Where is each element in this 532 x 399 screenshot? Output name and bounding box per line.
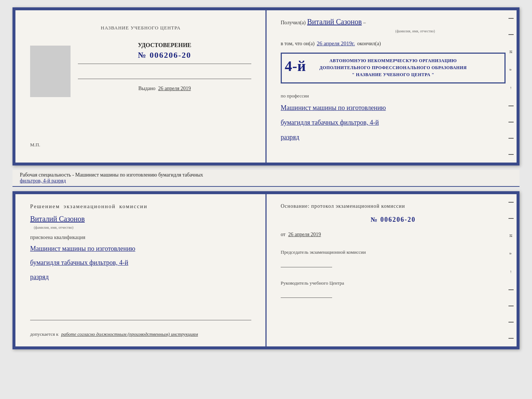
sl5 — [508, 138, 514, 139]
sl1 — [508, 18, 514, 19]
qual-line3: разряд — [30, 271, 251, 283]
description-bar: Рабочая специальность - Машинист машины … — [12, 170, 520, 187]
profession-label: по профессии — [281, 93, 506, 99]
doc-number: № 006206-20 — [138, 50, 191, 60]
vtom-row: в том, что он(а) 26 апреля 2019г. окончи… — [281, 40, 506, 47]
director-signature-line — [281, 298, 332, 298]
top-title-label: НАЗВАНИЕ УЧЕБНОГО ЦЕНТРА — [101, 25, 180, 31]
sl-b5 — [508, 322, 514, 323]
doc-title: УДОСТОВЕРЕНИЕ — [138, 42, 191, 49]
stamp-line1: АВТОНОМНУЮ НЕКОММЕРЧЕСКУЮ ОРГАНИЗАЦИЮ — [287, 57, 499, 64]
recipient-name-bottom: Виталий Сазонов — [30, 215, 85, 223]
cert-top-left: НАЗВАНИЕ УЧЕБНОГО ЦЕНТРА УДОСТОВЕРЕНИЕ №… — [15, 10, 266, 163]
sl-И: И — [509, 50, 513, 53]
fio-subtitle-top: (фамилия, имя, отчество) — [325, 29, 506, 33]
profession-line2: бумагидля табачных фильтров, 4-й — [281, 117, 506, 128]
from-date: 26 апреля 2019 — [288, 232, 321, 237]
sl3 — [508, 106, 514, 106]
sl-b-И: И — [509, 234, 513, 237]
sl2 — [508, 34, 514, 35]
cert-top-right: Получил(а) Виталий Сазонов – (фамилия, и… — [266, 10, 517, 163]
sl-b-arrow: ← — [509, 270, 513, 274]
stamp-line3: " НАЗВАНИЕ УЧЕБНОГО ЦЕНТРА " — [287, 71, 499, 78]
stamp-box: 4-й АВТОНОМНУЮ НЕКОММЕРЧЕСКУЮ ОРГАНИЗАЦИ… — [281, 53, 506, 83]
vtom-prefix: в том, что он(а) — [281, 41, 314, 47]
sl-arrow: ← — [509, 86, 513, 90]
cert-bottom-left: Решением экзаменационной комиссии Витали… — [15, 194, 266, 346]
divider — [78, 64, 251, 64]
desc-text-underlined: фильтров, 4-й разряд — [20, 178, 66, 184]
photo-placeholder — [30, 46, 71, 97]
cert-bottom-right: Основание: протокол экзаменационной коми… — [266, 194, 517, 346]
profession-line1: Машинист машины по изготовлению — [281, 102, 506, 114]
received-prefix: Получил(а) — [281, 20, 306, 26]
issued-row: Выдано 26 апреля 2019 — [138, 86, 191, 92]
allowed-prefix: допускается к — [30, 331, 58, 337]
fio-subtitle-bottom: (фамилия, имя, отчество) — [34, 225, 251, 229]
director-label: Руководитель учебного Центра — [281, 279, 506, 287]
side-lines-bottom: И а ← — [508, 194, 514, 346]
issued-date: 26 апреля 2019 — [158, 86, 191, 91]
divider2 — [78, 79, 251, 79]
qual-line1: Машинист машины по изготовлению — [30, 243, 251, 254]
bottom-certificate: Решением экзаменационной комиссии Витали… — [12, 191, 520, 349]
stamp-large-text: 4-й — [285, 54, 306, 78]
assigned-label: присвоена квалификация — [30, 235, 251, 241]
mp-label: М.П. — [30, 142, 40, 151]
received-row: Получил(а) Виталий Сазонов – — [281, 18, 506, 26]
osnov-label: Основание: протокол экзаменационной коми… — [281, 203, 506, 209]
recipient-name-top: Виталий Сазонов — [307, 18, 362, 26]
sl-b1 — [508, 202, 514, 203]
sl6 — [508, 154, 514, 155]
top-certificate: НАЗВАНИЕ УЧЕБНОГО ЦЕНТРА УДОСТОВЕРЕНИЕ №… — [12, 7, 520, 165]
stamp-line2: ДОПОЛНИТЕЛЬНОГО ПРОФЕССИОНАЛЬНОГО ОБРАЗО… — [287, 64, 499, 71]
allowed-italic: работе согласно должностным (производств… — [61, 331, 198, 337]
divider-bottom — [30, 320, 251, 320]
sl-b3 — [508, 289, 514, 290]
chairman-signature-line — [281, 267, 332, 267]
sl-b2 — [508, 218, 514, 219]
sl4 — [508, 122, 514, 122]
from-prefix: от — [281, 232, 285, 237]
allowed-label: допускается к работе согласно должностны… — [30, 324, 251, 337]
side-lines-top: И а ← — [508, 10, 514, 163]
chairman-label: Председатель экзаменационной комиссии — [281, 249, 506, 256]
commission-title: Решением экзаменационной комиссии — [30, 203, 251, 210]
sl-b-а: а — [509, 253, 513, 254]
dash1: – — [363, 20, 366, 26]
profession-line3: разряд — [281, 131, 506, 143]
issued-label: Выдано — [138, 86, 155, 91]
sl-b4 — [508, 306, 514, 306]
from-date-row: от 26 апреля 2019 — [281, 232, 506, 238]
vtom-suffix: окончил(а) — [357, 41, 381, 47]
sl-b6 — [508, 338, 514, 339]
protocol-number: № 006206-20 — [281, 216, 506, 224]
vtom-date: 26 апреля 2019г. — [317, 40, 355, 47]
qual-line2: бумагидля табачных фильтров, 4-й — [30, 257, 251, 268]
sl-а: а — [509, 69, 513, 71]
desc-text-prefix: Рабочая специальность - Машинист машины … — [20, 172, 203, 178]
